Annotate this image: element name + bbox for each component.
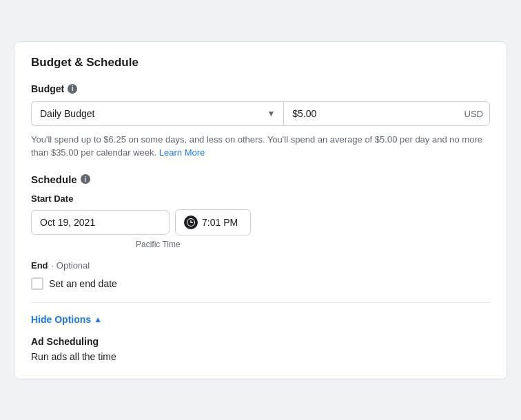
budget-type-select[interactable]: Daily Budget Lifetime Budget: [31, 101, 283, 126]
budget-row: Daily Budget Lifetime Budget ▼ USD: [31, 101, 490, 126]
budget-description-text: You'll spend up to $6.25 on some days, a…: [31, 134, 482, 158]
pacific-time-label: Pacific Time: [136, 240, 490, 249]
card-title: Budget & Schedule: [31, 56, 490, 70]
end-date-checkbox-label[interactable]: Set an end date: [49, 278, 117, 289]
schedule-title: Schedule i: [31, 174, 490, 185]
ad-scheduling-title: Ad Scheduling: [31, 336, 490, 347]
ad-scheduling-value: Run ads all the time: [31, 351, 490, 362]
end-label-row: End · Optional: [31, 260, 490, 271]
budget-amount-input[interactable]: [283, 101, 490, 126]
hide-options-text: Hide Options: [31, 314, 91, 325]
start-date-label: Start Date: [31, 193, 490, 204]
clock-icon: [184, 216, 198, 229]
budget-info-icon[interactable]: i: [68, 84, 77, 94]
budget-description: You'll spend up to $6.25 on some days, a…: [31, 133, 490, 160]
budget-label: Budget: [31, 83, 64, 94]
divider: [31, 302, 490, 303]
budget-schedule-card: Budget & Schedule Budget i Daily Budget …: [14, 41, 507, 379]
time-input-wrapper[interactable]: 7:01 PM: [175, 209, 251, 235]
budget-select-wrapper: Daily Budget Lifetime Budget ▼: [31, 101, 283, 126]
chevron-up-icon: ▲: [94, 315, 102, 324]
end-optional-label: · Optional: [52, 260, 90, 271]
learn-more-link[interactable]: Learn More: [159, 147, 205, 158]
budget-amount-wrapper: USD: [283, 101, 490, 126]
schedule-section: Schedule i Start Date 7:01 PM Pacific Ti…: [31, 174, 490, 290]
schedule-info-icon[interactable]: i: [81, 174, 90, 184]
time-value: 7:01 PM: [202, 217, 238, 228]
end-label: End: [31, 260, 48, 271]
budget-section-label: Budget i: [31, 83, 490, 94]
hide-options-row[interactable]: Hide Options ▲: [31, 314, 490, 325]
end-date-checkbox[interactable]: [31, 277, 43, 290]
schedule-title-text: Schedule: [31, 174, 77, 185]
date-time-row: 7:01 PM: [31, 209, 490, 235]
end-date-checkbox-row: Set an end date: [31, 277, 490, 290]
start-date-input[interactable]: [31, 210, 170, 235]
